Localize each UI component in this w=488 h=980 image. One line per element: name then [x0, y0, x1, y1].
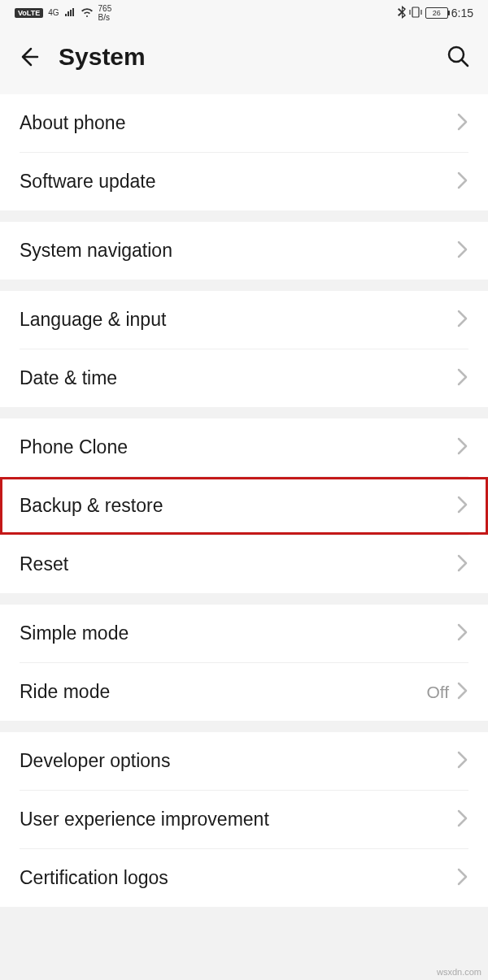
app-header: System	[0, 26, 488, 94]
chevron-right-icon	[457, 554, 468, 575]
chevron-right-icon	[457, 310, 468, 331]
chevron-right-icon	[457, 437, 468, 458]
status-left: VoLTE 4G 765 B/s	[15, 4, 111, 22]
setting-row-user-experience-improvement[interactable]: User experience improvement	[0, 791, 488, 848]
section-gap	[0, 407, 488, 418]
setting-label: Certification logos	[20, 867, 457, 889]
signal-icon	[64, 7, 76, 20]
setting-label: Simple mode	[20, 622, 457, 644]
setting-label: Ride mode	[20, 681, 426, 703]
setting-label: About phone	[20, 112, 457, 134]
chevron-right-icon	[457, 368, 468, 389]
setting-label: Software update	[20, 171, 457, 193]
wifi-icon	[81, 7, 94, 20]
setting-row-software-update[interactable]: Software update	[0, 153, 488, 210]
data-rate: 765 B/s	[98, 4, 112, 22]
setting-label: Developer options	[20, 750, 457, 772]
setting-label: Backup & restore	[20, 495, 457, 517]
setting-row-system-navigation[interactable]: System navigation	[0, 222, 488, 280]
chevron-right-icon	[457, 241, 468, 262]
chevron-right-icon	[457, 113, 468, 134]
section-gap	[0, 210, 488, 222]
setting-row-language-input[interactable]: Language & input	[0, 291, 488, 349]
chevron-right-icon	[457, 682, 468, 703]
section-gap	[0, 280, 488, 291]
settings-section: System navigation	[0, 222, 488, 280]
setting-row-ride-mode[interactable]: Ride modeOff	[0, 663, 488, 721]
settings-section: Phone CloneBackup & restoreReset	[0, 418, 488, 593]
clock: 6:15	[451, 7, 473, 20]
setting-label: System navigation	[20, 240, 457, 262]
setting-row-date-time[interactable]: Date & time	[0, 349, 488, 407]
back-button[interactable]	[15, 44, 41, 70]
setting-row-phone-clone[interactable]: Phone Clone	[0, 418, 488, 476]
chevron-right-icon	[457, 171, 468, 193]
setting-value: Off	[426, 683, 449, 702]
page-title: System	[59, 43, 426, 71]
chevron-right-icon	[457, 868, 468, 889]
settings-list: About phoneSoftware updateSystem navigat…	[0, 94, 488, 907]
settings-section: About phoneSoftware update	[0, 94, 488, 210]
setting-label: Language & input	[20, 309, 457, 331]
setting-row-about-phone[interactable]: About phone	[0, 94, 488, 152]
setting-row-simple-mode[interactable]: Simple mode	[0, 605, 488, 662]
chevron-right-icon	[457, 809, 468, 830]
section-gap	[0, 593, 488, 605]
svg-rect-0	[412, 7, 419, 17]
chevron-right-icon	[457, 496, 468, 517]
chevron-right-icon	[457, 751, 468, 772]
settings-section: Simple modeRide modeOff	[0, 605, 488, 721]
search-button[interactable]	[444, 42, 473, 72]
watermark: wsxdn.com	[437, 967, 481, 977]
setting-label: Date & time	[20, 367, 457, 389]
settings-section: Developer optionsUser experience improve…	[0, 732, 488, 907]
setting-row-certification-logos[interactable]: Certification logos	[0, 849, 488, 907]
status-right: 26 6:15	[398, 6, 473, 21]
setting-row-reset[interactable]: Reset	[0, 536, 488, 593]
status-bar: VoLTE 4G 765 B/s 26 6:15	[0, 0, 488, 26]
bluetooth-icon	[398, 6, 406, 21]
section-gap	[0, 721, 488, 732]
setting-label: User experience improvement	[20, 809, 457, 830]
chevron-right-icon	[457, 623, 468, 644]
vibrate-icon	[409, 7, 422, 20]
setting-row-backup-restore[interactable]: Backup & restore	[0, 477, 488, 535]
battery-icon: 26	[425, 7, 448, 19]
volte-icon: VoLTE	[15, 8, 43, 18]
setting-label: Reset	[20, 553, 457, 575]
network-type: 4G	[48, 9, 59, 17]
setting-row-developer-options[interactable]: Developer options	[0, 732, 488, 790]
setting-label: Phone Clone	[20, 436, 457, 458]
settings-section: Language & inputDate & time	[0, 291, 488, 407]
